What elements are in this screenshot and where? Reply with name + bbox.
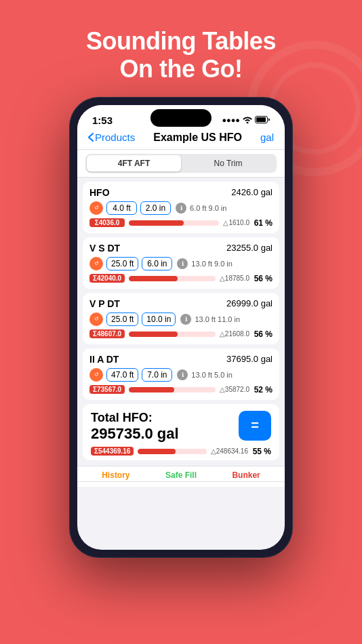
equals-button[interactable]: = xyxy=(239,411,271,441)
quick-actions: History Safe Fill Bunker xyxy=(77,466,285,481)
tank-card-2: V P DT 26999.0 gal ↺ 25.0 ft 10.0 in ℹ 1… xyxy=(83,293,279,344)
tank-pct-1: 56 % xyxy=(254,274,273,283)
total-progress-bar xyxy=(138,449,176,454)
status-time: 1:53 xyxy=(92,115,113,126)
tank-bar-fill-1 xyxy=(129,276,178,281)
nav-bar: Products Example US HFO gal xyxy=(77,129,285,150)
tank-range-1: 13.0 ft 9.0 in xyxy=(191,260,233,268)
tank-delta-3: △35872.0 xyxy=(220,386,249,393)
tank-field2-0[interactable]: 2.0 in xyxy=(140,201,171,215)
tank-controls-3: ↺ 47.0 ft 7.0 in ℹ 13.0 ft 5.0 in xyxy=(89,368,273,382)
segment-trim[interactable]: No Trim xyxy=(181,155,275,172)
svg-rect-1 xyxy=(256,117,266,122)
dynamic-island xyxy=(150,109,212,127)
tank-icon-1: ↺ xyxy=(89,257,103,270)
tank-controls-1: ↺ 25.0 ft 6.0 in ℹ 13.0 ft 9.0 in xyxy=(89,257,273,270)
tank-name-2: V P DT xyxy=(89,298,120,309)
segment-aft[interactable]: 4FT AFT xyxy=(87,155,181,172)
tank-field2-1[interactable]: 6.0 in xyxy=(142,257,172,270)
tank-info-0[interactable]: ℹ xyxy=(176,203,186,214)
tank-field2-2[interactable]: 10.0 in xyxy=(142,313,176,326)
tank-pct-3: 52 % xyxy=(254,385,273,395)
tank-sum-3: Σ73567.0 xyxy=(89,385,125,394)
total-pct: 55 % xyxy=(252,447,271,456)
tank-field2-3[interactable]: 7.0 in xyxy=(142,368,172,382)
tank-bar-fill-0 xyxy=(129,220,184,226)
tank-header-0: HFO 2426.0 gal xyxy=(89,187,273,198)
tank-info-3[interactable]: ℹ xyxy=(177,369,188,380)
tank-field1-0[interactable]: 4.0 ft xyxy=(106,201,137,215)
tank-controls-2: ↺ 25.0 ft 10.0 in ℹ 13.0 ft 11.0 in xyxy=(89,313,273,326)
tank-info-2[interactable]: ℹ xyxy=(180,314,191,325)
total-label: Total HFO: xyxy=(91,411,179,425)
editor-icon xyxy=(175,486,188,487)
tank-volume-0: 2426.0 gal xyxy=(231,187,273,197)
nav-back-button[interactable]: Products xyxy=(88,132,135,143)
tank-header-1: V S DT 23255.0 gal xyxy=(89,243,273,254)
tank-info-1[interactable]: ℹ xyxy=(177,258,188,269)
total-section: Total HFO: 295735.0 gal = Σ544369.16 △24… xyxy=(83,404,279,460)
nav-title: Example US HFO xyxy=(153,132,242,144)
tank-field1-3[interactable]: 47.0 ft xyxy=(106,368,138,382)
tank-bar-fill-3 xyxy=(129,387,174,393)
tank-field1-2[interactable]: 25.0 ft xyxy=(106,313,138,326)
total-progress-row: Σ544369.16 △248634.16 55 % xyxy=(91,447,271,456)
tank-field1-1[interactable]: 25.0 ft xyxy=(106,257,138,270)
tank-delta-0: △1610.0 xyxy=(223,219,249,226)
tab-bar: T Sounder Editor Settings xyxy=(77,481,285,487)
tab-editor[interactable]: Editor xyxy=(173,486,190,487)
tank-icon-2: ↺ xyxy=(89,313,103,326)
tank-range-2: 13.0 ft 11.0 in xyxy=(195,315,240,323)
nav-unit[interactable]: gal xyxy=(260,132,274,143)
segment-control: 4FT AFT No Trim xyxy=(77,150,285,178)
tank-progress-2: Σ48607.0 △21608.0 56 % xyxy=(89,329,273,339)
tank-name-3: II A DT xyxy=(89,354,119,365)
tank-icon-3: ↺ xyxy=(89,368,103,382)
tank-header-3: II A DT 37695.0 gal xyxy=(89,354,273,365)
tab-settings[interactable]: Settings xyxy=(237,486,262,487)
tank-bar-wrap-1 xyxy=(129,276,216,281)
tank-pct-2: 56 % xyxy=(254,329,273,339)
safe-fill-button[interactable]: Safe Fill xyxy=(165,470,197,480)
tank-card-1: V S DT 23255.0 gal ↺ 25.0 ft 6.0 in ℹ 13… xyxy=(83,237,279,289)
battery-icon xyxy=(255,116,270,125)
tank-delta-2: △21608.0 xyxy=(220,330,249,338)
tank-volume-2: 26999.0 gal xyxy=(226,298,273,308)
status-icons: ●●●● xyxy=(222,116,270,125)
total-delta: △248634.16 xyxy=(211,447,248,455)
tank-bar-wrap-3 xyxy=(129,387,216,393)
tank-name-1: V S DT xyxy=(89,243,120,254)
tank-bar-wrap-2 xyxy=(129,331,216,337)
phone-body: 1:53 ●●●● Products Examp xyxy=(69,97,293,558)
tank-sum-1: Σ42040.0 xyxy=(89,274,125,283)
tank-range-3: 13.0 ft 5.0 in xyxy=(191,371,233,379)
total-sum: Σ544369.16 xyxy=(91,447,134,456)
tank-progress-1: Σ42040.0 △18785.0 56 % xyxy=(89,274,273,283)
tank-delta-1: △18785.0 xyxy=(220,275,249,282)
tank-icon-0: ↺ xyxy=(89,201,103,215)
signal-icon: ●●●● xyxy=(222,116,240,124)
tank-range-0: 6.0 ft 9.0 in xyxy=(190,204,226,212)
tank-pct-0: 61 % xyxy=(254,218,273,228)
tank-sum-2: Σ48607.0 xyxy=(89,329,125,338)
tank-header-2: V P DT 26999.0 gal xyxy=(89,298,273,309)
tank-name-0: HFO xyxy=(89,187,110,198)
tank-sum-0: Σ4036.0 xyxy=(89,218,125,227)
tank-controls-0: ↺ 4.0 ft 2.0 in ℹ 6.0 ft 9.0 in xyxy=(89,201,273,215)
settings-icon xyxy=(243,486,256,487)
app-title: Sounding Tables On the Go! xyxy=(0,0,362,97)
tab-sounder[interactable]: T Sounder xyxy=(100,486,126,487)
tank-progress-3: Σ73567.0 △35872.0 52 % xyxy=(89,385,273,395)
tank-card-0: HFO 2426.0 gal ↺ 4.0 ft 2.0 in ℹ 6.0 ft … xyxy=(83,182,279,233)
tank-bar-wrap-0 xyxy=(129,220,219,226)
bunker-button[interactable]: Bunker xyxy=(232,470,260,480)
tank-progress-0: Σ4036.0 △1610.0 61 % xyxy=(89,218,273,228)
sounder-icon: T xyxy=(108,486,119,487)
nav-back-label: Products xyxy=(95,132,135,143)
total-value: 295735.0 gal xyxy=(91,425,179,443)
scroll-area[interactable]: HFO 2426.0 gal ↺ 4.0 ft 2.0 in ℹ 6.0 ft … xyxy=(77,178,285,487)
history-button[interactable]: History xyxy=(102,470,129,480)
phone-screen: 1:53 ●●●● Products Examp xyxy=(77,105,285,550)
tank-volume-1: 23255.0 gal xyxy=(226,243,273,253)
tank-volume-3: 37695.0 gal xyxy=(226,354,273,364)
